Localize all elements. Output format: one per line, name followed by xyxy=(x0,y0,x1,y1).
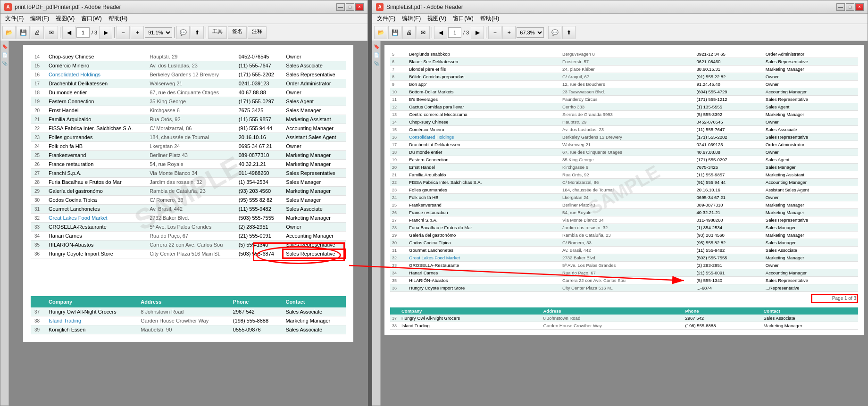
right-row-company: Folk och fä HB xyxy=(407,194,560,201)
left-row-num: 19 xyxy=(31,97,45,106)
right-open-btn[interactable]: 📂 xyxy=(374,26,387,39)
left-row-company: Consolidated Holdings xyxy=(45,70,146,79)
left-zoom-out-btn[interactable]: − xyxy=(117,26,130,39)
left-next-btn[interactable]: ▶ xyxy=(99,26,112,39)
right-zoom-out-btn[interactable]: − xyxy=(488,26,501,39)
right-row-company: Chop-suey Chinese xyxy=(407,118,560,126)
left-t2-row-address: 8 Johnstown Road xyxy=(137,307,229,316)
right-menu-file[interactable]: 文件(F) xyxy=(374,14,398,24)
left-zoom-in-btn[interactable]: + xyxy=(131,26,144,39)
left-row-num: 31 xyxy=(31,205,45,214)
right-maximize-btn[interactable]: □ xyxy=(846,3,854,11)
right-row-company: Centro comercial Moctezuma xyxy=(407,111,560,118)
right-table-1-row: 26 France restauration 54, rue Royale 40… xyxy=(390,209,858,216)
right-save-btn[interactable]: 💾 xyxy=(388,26,401,39)
left-annotate-btn[interactable]: 注释 xyxy=(248,26,267,39)
right-row-num: 29 xyxy=(390,232,407,239)
left-page-input[interactable] xyxy=(76,27,90,38)
right-menu-edit[interactable]: 编辑(E) xyxy=(399,14,424,24)
right-table-1-row: 33 GROSELLA-Restaurante 5ª Ave. Los Palo… xyxy=(390,262,858,269)
right-row-phone: 089-0877310 xyxy=(695,201,764,209)
right-row-num: 33 xyxy=(390,262,407,269)
right-row-address: C/ Romero, 33 xyxy=(560,239,694,247)
left-maximize-btn[interactable]: □ xyxy=(346,3,354,11)
right-nav-attach[interactable]: 📎 xyxy=(373,60,380,66)
left-minimize-btn[interactable]: — xyxy=(336,3,345,11)
left-t2-row-company: Königlich Essen xyxy=(45,325,137,334)
left-row-contact: Assistant Sales Agent xyxy=(282,133,346,142)
right-row-company: Bon app' xyxy=(407,81,560,88)
right-row-address: Rua Orós, 92 xyxy=(560,171,694,179)
right-row-phone: (91) 555 94 44 xyxy=(695,179,764,186)
right-row-company: Berglunds snabbköp xyxy=(407,50,560,58)
right-close-btn[interactable]: × xyxy=(855,3,864,11)
left-share-btn[interactable]: ⬆ xyxy=(191,26,204,39)
left-row-phone: (171) 555-0297 xyxy=(235,97,283,106)
right-prev-btn[interactable]: ◀ xyxy=(434,26,447,39)
left-menu-edit[interactable]: 编辑(E) xyxy=(27,14,52,24)
left-menu-help[interactable]: 帮助(H) xyxy=(106,14,131,24)
right-print-btn[interactable]: 🖨 xyxy=(402,26,416,39)
right-row-company: Folies gourmandes xyxy=(407,186,560,194)
right-row-num: 25 xyxy=(390,201,407,209)
right-next-btn[interactable]: ▶ xyxy=(471,26,484,39)
left-nav-attach[interactable]: 📎 xyxy=(1,60,8,66)
left-nav-bookmark[interactable]: 🔖 xyxy=(1,43,8,50)
right-row-phone: 0695-34 67 21 xyxy=(695,194,764,201)
left-menu-file[interactable]: 文件(F) xyxy=(2,14,26,24)
left-row-num: 15 xyxy=(31,61,45,70)
left-row-contact: Owner xyxy=(282,142,346,151)
right-pdf-content[interactable]: SAMPLE 5 Berglunds snabbköp Berguvsvägen… xyxy=(381,41,868,406)
right-row-contact: Sales Representative xyxy=(764,58,858,66)
right-email-btn[interactable]: ✉ xyxy=(417,26,430,39)
right-zoom-select[interactable]: 67.3% 100% 75% xyxy=(517,27,544,38)
right-minimize-btn[interactable]: — xyxy=(836,3,845,11)
right-row-phone: (604) 555-4729 xyxy=(695,88,764,96)
left-pdf-content[interactable]: SAMPLE 14 Chop-suey Chinese Hauptstr. 29… xyxy=(9,41,367,406)
left-close-btn[interactable]: × xyxy=(355,3,364,11)
right-row-contact: Sales Associate xyxy=(764,247,858,254)
left-row-company: Gourmet Lanchonetes xyxy=(45,205,146,214)
right-table-1-row: 35 HILARIÓN-Abastos Carrera 22 con Ave. … xyxy=(390,277,858,284)
left-row-num: 36 xyxy=(31,249,45,258)
right-row-address: Walserweg 21 xyxy=(560,141,694,149)
right-row-num: 26 xyxy=(390,209,407,216)
right-zoom-in-btn[interactable]: + xyxy=(502,26,516,39)
right-row-phone: 20.16.10.16 xyxy=(695,186,764,194)
left-tools-btn[interactable]: 工具 xyxy=(208,26,227,39)
right-menu-view[interactable]: 视图(V) xyxy=(425,14,449,24)
right-table-1-row: 17 Drachenblut Delikatessen Walserweg 21… xyxy=(390,141,858,149)
left-menu-view[interactable]: 视图(V) xyxy=(53,14,77,24)
right-row-address: 67, rue des Cinquante Otages xyxy=(560,149,694,156)
left-table-1-row: 28 Furia Bacalhau e Frutos do Mar Jardim… xyxy=(31,178,346,187)
right-row-contact: Sales Representative xyxy=(764,277,858,284)
right-row-phone: (5) 555-3392 xyxy=(695,111,764,118)
left-menu-window[interactable]: 窗口(W) xyxy=(78,14,104,24)
left-save-btn[interactable]: 💾 xyxy=(17,26,30,39)
left-row-contact: Marketing Manager xyxy=(282,160,346,169)
left-title-left: A printToPDF_pdfPrinter.pdf - Adobe Read… xyxy=(4,3,121,11)
right-nav-page[interactable]: 📄 xyxy=(373,51,380,58)
left-email-btn[interactable]: ✉ xyxy=(45,26,58,39)
left-nav-page[interactable]: 📄 xyxy=(1,51,8,58)
left-prev-btn[interactable]: ◀ xyxy=(62,26,75,39)
left-row-address: Av. Brasil, 442 xyxy=(146,205,234,214)
right-row-company: Hanari Carnes xyxy=(407,269,560,277)
left-row-num: 14 xyxy=(31,52,45,61)
left-zoom-select[interactable]: 91.1% 100% 75% xyxy=(145,27,172,38)
left-sign-btn[interactable]: 签名 xyxy=(228,26,247,39)
right-row-contact: Sales Representative xyxy=(764,133,858,141)
right-page-input[interactable] xyxy=(448,27,461,38)
left-print-btn[interactable]: 🖨 xyxy=(31,26,44,39)
right-menu-help[interactable]: 帮助(H) xyxy=(477,14,502,24)
left-row-num: 33 xyxy=(31,223,45,232)
right-menu-window[interactable]: 窗口(W) xyxy=(450,14,476,24)
right-share-btn[interactable]: ⬆ xyxy=(562,26,576,39)
right-row-num: 16 xyxy=(390,133,407,141)
left-comment-btn[interactable]: 💬 xyxy=(176,26,190,39)
right-table-1-row: 22 FISSA Fabrica Inter. Salchichas S.A. … xyxy=(390,179,858,186)
left-row-address: Jardim das rosas n. 32 xyxy=(146,178,234,187)
right-comment-btn[interactable]: 💬 xyxy=(548,26,561,39)
left-open-btn[interactable]: 📂 xyxy=(2,26,16,39)
right-nav-bookmark[interactable]: 🔖 xyxy=(373,43,380,50)
